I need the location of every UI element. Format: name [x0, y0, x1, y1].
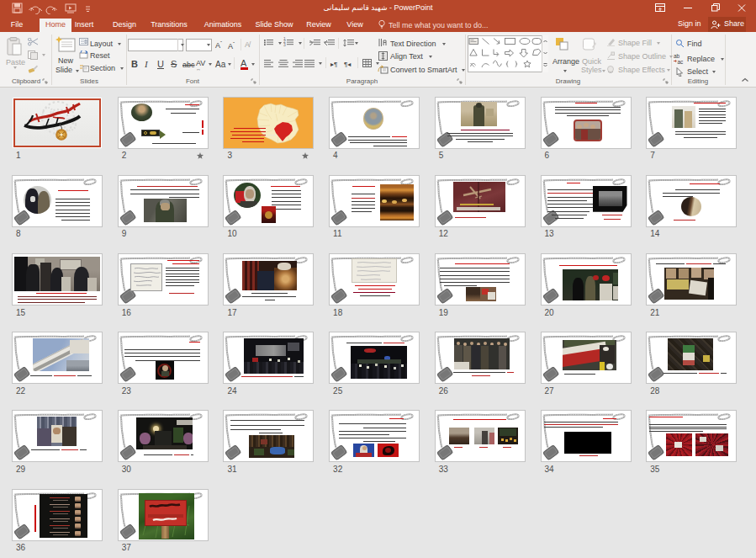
svg-text:ac: ac — [678, 59, 685, 65]
